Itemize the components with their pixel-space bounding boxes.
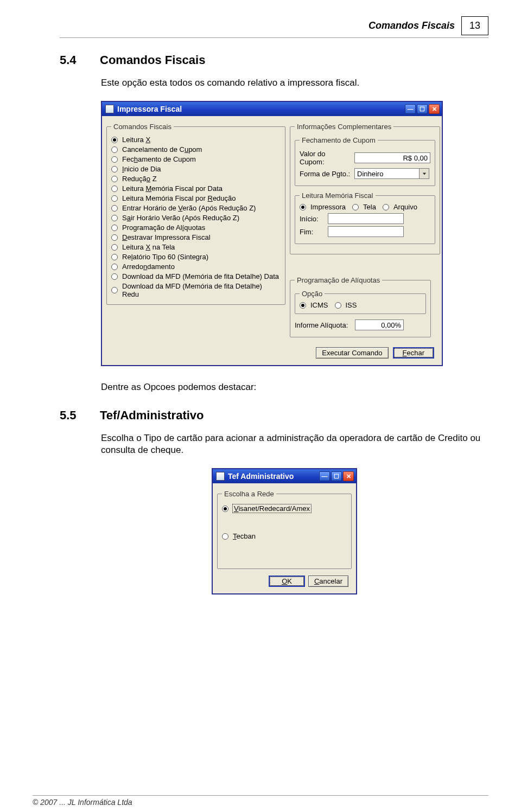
radio-icon[interactable] <box>111 166 118 172</box>
header-title: Comandos Fiscais <box>368 20 455 31</box>
radio-icon[interactable] <box>111 205 118 212</box>
opcao-radio-0[interactable]: ICMS <box>300 301 328 309</box>
group-opcao: Opção ICMSISS <box>295 290 426 314</box>
window-title: Impressora Fiscal <box>117 105 402 113</box>
app-icon <box>216 472 225 481</box>
group-leitura-memoria-fiscal: Leitura Memória Fiscal ImpressoraTelaArq… <box>295 191 435 244</box>
radio-icon[interactable] <box>111 195 118 202</box>
valor-cupom-label: Valor do Cupom: <box>300 150 351 166</box>
executar-comando-button[interactable]: Executar Comando <box>316 347 388 359</box>
radio-icon[interactable] <box>352 204 359 210</box>
maximize-button[interactable]: ☐ <box>331 471 342 481</box>
radio-label: Visanet/Redecard/Amex <box>233 504 311 513</box>
radio-icon[interactable] <box>111 244 118 251</box>
opcao-radio-1[interactable]: ISS <box>335 301 357 309</box>
radio-label: ICMS <box>310 301 328 309</box>
informe-aliquota-input[interactable]: 0,00% <box>355 319 404 330</box>
cancelar-button[interactable]: Cancelar <box>308 576 348 587</box>
radio-icon[interactable] <box>111 186 118 192</box>
comando-radio-3[interactable]: Inicio de Dia <box>111 165 281 173</box>
group-comandos-fiscais: Comandos Fiscais Leitura XCancelamento d… <box>106 123 285 305</box>
fim-input[interactable] <box>328 226 404 237</box>
titlebar-tef[interactable]: Tef Administrativo — ☐ ✕ <box>213 469 356 483</box>
inicio-label: Início: <box>300 215 325 223</box>
informe-aliquota-label: Informe Alíquota: <box>295 321 352 329</box>
radio-icon[interactable] <box>111 287 118 293</box>
section-5-4-intro: Este opção esta todos os comando relativ… <box>101 77 488 89</box>
comando-radio-13[interactable]: Arredondamento <box>111 263 281 271</box>
comando-radio-14[interactable]: Download da MFD (Memória de fita Detalhe… <box>111 272 281 280</box>
comando-radio-4[interactable]: Redução Z <box>111 175 281 183</box>
radio-label: Cancelamento de Cupom <box>122 145 202 154</box>
fim-label: Fim: <box>300 228 325 236</box>
radio-icon[interactable] <box>111 234 118 241</box>
forma-pgto-select[interactable]: Dinheiro <box>354 168 420 179</box>
section-5-5-heading: 5.5 Tef/Administrativo <box>60 408 488 423</box>
radio-label: Destravar Impressora Fiscal <box>122 233 211 241</box>
radio-label: Relatório Tipo 60 (Sintegra) <box>122 253 208 261</box>
valor-cupom-input[interactable]: R$ 0,00 <box>354 152 430 163</box>
radio-icon[interactable] <box>300 302 306 309</box>
radio-label: Tecban <box>233 532 256 540</box>
comando-radio-0[interactable]: Leitura X <box>111 136 281 144</box>
radio-icon[interactable] <box>111 215 118 221</box>
inicio-input[interactable] <box>328 213 404 224</box>
radio-icon[interactable] <box>111 225 118 231</box>
close-button[interactable]: ✕ <box>343 471 354 481</box>
group-programacao-aliquotas: Programação de Alíquotas Opção ICMSISS I… <box>290 276 431 337</box>
group-escolha-rede: Escolha a Rede Visanet/Redecard/AmexTecb… <box>217 490 352 569</box>
close-button[interactable]: ✕ <box>429 104 440 114</box>
radio-label: Download da MFD (Memória de fita Detalhe… <box>122 272 279 280</box>
legend-lmf: Leitura Memória Fiscal <box>300 191 376 200</box>
radio-icon[interactable] <box>383 204 389 210</box>
maximize-button[interactable]: ☐ <box>417 104 428 114</box>
radio-label: Programação de Alíquotas <box>122 223 205 232</box>
comando-radio-8[interactable]: Sair Horário Verão (Após Redução Z) <box>111 214 281 222</box>
legend-fechamento: Fechamento de Cupom <box>300 136 378 144</box>
chevron-down-icon[interactable] <box>420 168 429 179</box>
comando-radio-7[interactable]: Entrar Horário de Verão (Após Redução Z) <box>111 204 281 212</box>
section-5-4-number: 5.4 <box>60 53 85 67</box>
radio-icon[interactable] <box>111 273 118 280</box>
comando-radio-15[interactable]: Download da MFD (Memória de fita Detalhe… <box>111 282 281 298</box>
comando-radio-9[interactable]: Programação de Alíquotas <box>111 223 281 232</box>
titlebar[interactable]: Impressora Fiscal — ☐ ✕ <box>102 102 442 116</box>
radio-label: Fechamento de Cupom <box>122 155 196 163</box>
comando-radio-2[interactable]: Fechamento de Cupom <box>111 155 281 163</box>
legend-escolha-rede: Escolha a Rede <box>222 490 276 498</box>
rede-radio-0[interactable]: Visanet/Redecard/Amex <box>222 504 347 513</box>
comando-radio-6[interactable]: Leitura Memória Fiscal por Redução <box>111 194 281 202</box>
radio-icon[interactable] <box>111 176 118 182</box>
group-info-complementares: Informações Complementares Fechamento de… <box>290 123 440 254</box>
radio-icon[interactable] <box>111 146 118 153</box>
radio-icon[interactable] <box>111 254 118 260</box>
fechar-button[interactable]: Fechar <box>393 347 434 359</box>
radio-icon[interactable] <box>335 302 341 309</box>
comando-radio-5[interactable]: Leitura Memória Fiscal por Data <box>111 184 281 193</box>
comando-radio-11[interactable]: Leitura X na Tela <box>111 243 281 251</box>
radio-label: Inicio de Dia <box>122 165 161 173</box>
group-fechamento-cupom: Fechamento de Cupom Valor do Cupom: R$ 0… <box>295 136 435 186</box>
lmf-radio-1[interactable]: Tela <box>352 203 376 211</box>
section-5-4-heading: 5.4 Comandos Fiscais <box>60 53 488 67</box>
rede-radio-1[interactable]: Tecban <box>222 532 347 540</box>
comando-radio-10[interactable]: Destravar Impressora Fiscal <box>111 233 281 241</box>
radio-icon[interactable] <box>111 156 118 163</box>
radio-icon[interactable] <box>222 533 228 540</box>
section-5-4-title: Comandos Fiscais <box>100 53 205 67</box>
comando-radio-1[interactable]: Cancelamento de Cupom <box>111 145 281 154</box>
radio-icon[interactable] <box>300 204 306 210</box>
radio-label: Leitura X na Tela <box>122 243 175 251</box>
minimize-button[interactable]: — <box>405 104 416 114</box>
lmf-radio-2[interactable]: Arquivo <box>383 203 417 211</box>
comando-radio-12[interactable]: Relatório Tipo 60 (Sintegra) <box>111 253 281 261</box>
radio-icon[interactable] <box>111 137 118 143</box>
footer-copyright: © 2007 ... JL Informática Ltda <box>33 795 488 807</box>
lmf-radio-0[interactable]: Impressora <box>300 203 346 211</box>
ok-button[interactable]: OK <box>269 576 305 587</box>
radio-icon[interactable] <box>222 506 228 512</box>
page-header: Comandos Fiscais 13 <box>60 16 488 38</box>
radio-label: Leitura Memória Fiscal por Redução <box>122 194 236 202</box>
minimize-button[interactable]: — <box>319 471 330 481</box>
radio-icon[interactable] <box>111 264 118 270</box>
